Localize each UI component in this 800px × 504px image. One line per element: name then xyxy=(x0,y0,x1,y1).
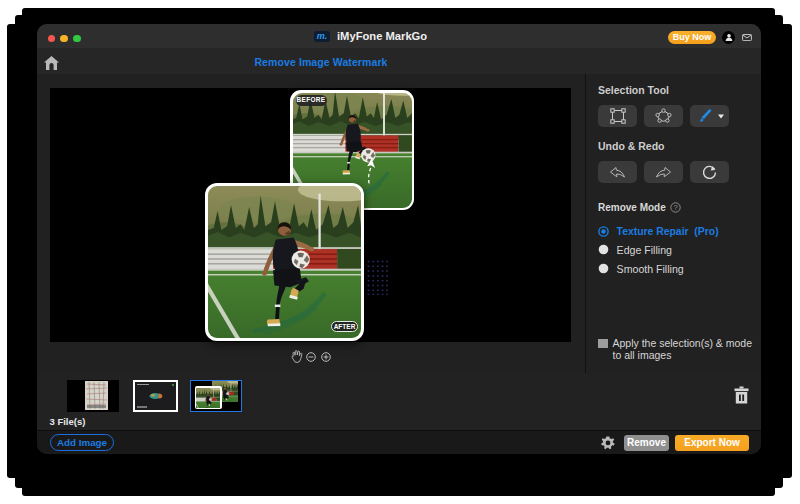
svg-text:?: ? xyxy=(673,203,677,212)
